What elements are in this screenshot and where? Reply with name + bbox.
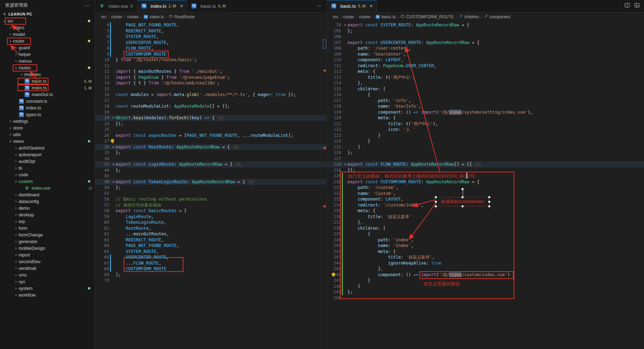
code-line[interactable]: 109 name: 'UserCenter',: [327, 51, 644, 57]
code-line[interactable]: 13import { PageEnum } from '/@/enums/pag…: [95, 75, 326, 81]
tree-item-actHiTaskinst[interactable]: >actHiTaskinst: [0, 145, 95, 151]
chevron-right-icon[interactable]: >: [13, 193, 19, 197]
tree-item-routes[interactable]: ∨routes: [0, 64, 95, 71]
chevron-right-icon[interactable]: >: [13, 166, 19, 170]
close-icon[interactable]: ×: [180, 4, 183, 8]
chevron-right-icon[interactable]: >: [13, 287, 19, 290]
code-line[interactable]: 240 path: 'index',: [327, 237, 644, 243]
code-line[interactable]: 17: [95, 98, 326, 104]
breadcrumb-item-RootRoute[interactable]: RootRoute: [169, 14, 195, 19]
chevron-right-icon[interactable]: >: [13, 213, 19, 217]
breadcrumb-item-index.ts[interactable]: TSindex.ts: [144, 14, 164, 19]
chevron-down-icon[interactable]: ∨: [8, 140, 13, 143]
explorer-more-icon[interactable]: ⋯: [85, 2, 90, 8]
code-line[interactable]: 44};: [95, 167, 326, 173]
code-line[interactable]: 117 path: 'info',: [327, 98, 644, 104]
tree-item-router[interactable]: ∨router: [0, 38, 95, 44]
code-line[interactable]: 4 PAGE_NOT_FOUND_ROUTE,: [95, 22, 326, 28]
tree-item-helper[interactable]: >helper: [0, 51, 95, 58]
code-line[interactable]: 245 },: [327, 266, 644, 272]
code-line[interactable]: 230export const CUSTOMFORM_ROUTE: AppRou…: [327, 179, 644, 185]
fold-chevron-icon[interactable]: >: [111, 115, 116, 121]
code-line[interactable]: 57// 未经许可的基本路由: [95, 202, 326, 208]
code-line[interactable]: 60 TokenLoginRoute,: [95, 220, 326, 226]
tree-item-utils[interactable]: >utils: [0, 131, 95, 138]
tree-item-index.ts[interactable]: TSindex.ts: [0, 104, 95, 111]
tree-item-demo[interactable]: >demo: [0, 205, 95, 211]
editor-actions-icon[interactable]: ⋯: [317, 3, 322, 9]
code-line[interactable]: 122 icon: '人 ': [327, 127, 644, 133]
code-line[interactable]: 128>export const FLOW_ROUTE: AppRouteRec…: [327, 161, 644, 167]
tree-item-form[interactable]: >form: [0, 225, 95, 231]
annotation-label-box[interactable]: 组成路由/custom/index: [436, 197, 489, 206]
code-line[interactable]: 246 component: () => import('/@/views/cu…: [327, 272, 644, 278]
tree-item-report[interactable]: >report: [0, 252, 95, 258]
chevron-right-icon[interactable]: >: [13, 253, 19, 257]
tree-item-mobileDesign[interactable]: >mobileDesign: [0, 245, 95, 252]
code-line[interactable]: 118 name: 'UserInfo',: [327, 103, 644, 109]
code-line[interactable]: 242 meta: {: [327, 249, 644, 255]
chevron-right-icon[interactable]: >: [13, 200, 19, 203]
tree-item-mainOut.ts[interactable]: TSmainOut.ts: [0, 91, 95, 98]
code-line[interactable]: 243 title: '自定义菜单',: [327, 254, 644, 260]
selection-handle[interactable]: [461, 205, 464, 208]
code-line[interactable]: 111 redirect: PageEnum.USER_CENTER,: [327, 63, 644, 69]
code-line[interactable]: 66 USERCENTER_ROUTE,: [95, 254, 326, 260]
tree-item-sys[interactable]: >sys: [0, 278, 95, 285]
selection-handle[interactable]: [435, 201, 437, 203]
breadcrumb-item-src[interactable]: src: [101, 14, 106, 19]
breadcrumb-item-src[interactable]: src: [333, 14, 338, 19]
tab-index.vue[interactable]: Vindex.vueU: [95, 0, 137, 12]
fold-chevron-icon[interactable]: >: [111, 161, 116, 167]
tree-item-bi[interactable]: >bi: [0, 165, 95, 171]
chevron-right-icon[interactable]: >: [8, 26, 13, 30]
tree-item-activereport[interactable]: >activereport: [0, 151, 95, 158]
chevron-right-icon[interactable]: >: [8, 120, 13, 123]
project-root-header[interactable]: ∨ LEARUN PC: [0, 11, 95, 18]
tree-item-formChange[interactable]: >formChange: [0, 231, 95, 238]
code-line[interactable]: 120 meta: {: [327, 115, 644, 121]
tree-item-store[interactable]: >store: [0, 125, 95, 131]
code-line[interactable]: 247 }: [327, 278, 644, 284]
code-line[interactable]: 241 name: 'Index',: [327, 243, 644, 249]
code-line[interactable]: 18const routeModuleList: AppRouteModule[…: [95, 103, 326, 109]
code-line[interactable]: 14import { t } from '/@/hooks/web/useI18…: [95, 80, 326, 86]
chevron-right-icon[interactable]: >: [13, 227, 19, 230]
chevron-right-icon[interactable]: >: [13, 207, 19, 210]
split-editor-icon[interactable]: [624, 2, 630, 9]
tree-item-index.vue[interactable]: Vindex.vueU: [0, 185, 95, 191]
lightbulb-icon[interactable]: [111, 139, 114, 142]
fold-chevron-icon[interactable]: >: [343, 22, 347, 28]
code-line[interactable]: 10} from '/@/router/routes/basic';: [95, 57, 326, 63]
code-line[interactable]: 16const modules = import.meta.glob('./mo…: [95, 92, 326, 98]
tree-item-dashboard[interactable]: >dashboard: [0, 191, 95, 198]
code-line[interactable]: 45: [95, 173, 326, 179]
rotation-handle[interactable]: [461, 188, 464, 190]
breadcrumb-item-routes[interactable]: routes: [127, 14, 139, 19]
code-line[interactable]: 24});: [95, 121, 326, 127]
chevron-right-icon[interactable]: >: [19, 73, 24, 76]
code-line[interactable]: 108 path: '/user-center',: [327, 45, 644, 51]
tree-item-erp[interactable]: >erp: [0, 218, 95, 225]
close-icon[interactable]: ×: [370, 4, 372, 8]
breadcrumb-item-routes[interactable]: routes: [359, 14, 371, 19]
tree-item-workflow[interactable]: >workflow: [0, 292, 95, 298]
selection-handle[interactable]: [435, 205, 437, 208]
breadcrumb-item-CUSTOMFORM_ROUTE[interactable]: CUSTOMFORM_ROUTE: [401, 14, 454, 19]
code-line[interactable]: 35};: [95, 150, 326, 156]
code-line[interactable]: 25: [95, 127, 326, 133]
chevron-right-icon[interactable]: >: [8, 126, 13, 130]
code-line[interactable]: 110 component: LAYOUT,: [327, 57, 644, 63]
chevron-right-icon[interactable]: >: [13, 233, 19, 237]
tab-basic.ts[interactable]: TSbasic.ts5, M×: [327, 0, 377, 12]
code-line[interactable]: 69];: [95, 272, 326, 278]
tree-item-desktop[interactable]: >desktop: [0, 211, 95, 218]
selection-handle[interactable]: [488, 201, 490, 203]
chevron-right-icon[interactable]: >: [13, 240, 19, 243]
code-line[interactable]: 107export const USERCENTER_ROUTE: AppRou…: [327, 40, 644, 46]
code-line[interactable]: 121 title: t('用户中心'),: [327, 121, 644, 127]
code-line[interactable]: 19: [95, 109, 326, 115]
fold-chevron-icon[interactable]: >: [343, 161, 347, 167]
chevron-right-icon[interactable]: >: [13, 260, 19, 264]
tree-item-src[interactable]: ∨src: [0, 18, 95, 24]
